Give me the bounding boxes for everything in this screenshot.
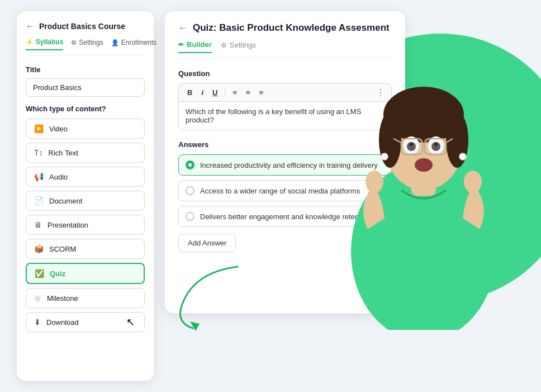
tab-settings[interactable]: ⚙ Settings xyxy=(71,38,103,50)
content-type-quiz[interactable]: ✅ Quiz xyxy=(26,263,145,284)
download-icon: ⬇ xyxy=(34,318,41,327)
italic-button[interactable]: i xyxy=(198,87,206,98)
content-type-milestone[interactable]: ☆ Milestone xyxy=(26,288,145,308)
person-illustration xyxy=(329,17,519,332)
radio-3[interactable] xyxy=(186,212,194,221)
enrollments-icon: 👤 xyxy=(111,39,119,46)
quiz-icon: ✅ xyxy=(35,269,44,278)
quiz-back-button[interactable]: ← xyxy=(178,23,187,33)
syllabus-icon: ⚡ xyxy=(26,39,34,46)
document-icon: 📄 xyxy=(34,196,44,205)
align-right-button[interactable]: ≡ xyxy=(257,87,267,98)
builder-icon: ✏ xyxy=(178,41,184,49)
content-type-audio[interactable]: 📢 Audio xyxy=(26,167,145,187)
rich-text-icon: T↕ xyxy=(34,148,43,157)
quiz-tab-settings[interactable]: ⚙ Settings xyxy=(221,40,256,53)
milestone-icon: ☆ xyxy=(34,294,41,303)
svg-point-21 xyxy=(464,171,482,193)
underline-button[interactable]: U xyxy=(210,87,220,98)
tab-enrollments[interactable]: 👤 Enrollments xyxy=(111,38,156,50)
title-label: Title xyxy=(26,65,145,74)
sidebar-title: Product Basics Course xyxy=(39,22,125,31)
quiz-settings-icon: ⚙ xyxy=(221,41,227,49)
video-icon: ▶️ xyxy=(34,124,44,133)
radio-2[interactable] xyxy=(186,186,194,195)
content-type-presentation[interactable]: 🖥 Presentation xyxy=(26,215,145,235)
content-type-rich-text[interactable]: T↕ Rich Text xyxy=(26,143,145,163)
add-answer-button[interactable]: Add Answer xyxy=(178,234,236,252)
toolbar-divider-1 xyxy=(225,88,225,97)
tab-syllabus[interactable]: ⚡ Syllabus xyxy=(26,38,63,50)
audio-icon: 📢 xyxy=(34,172,44,181)
title-input[interactable] xyxy=(26,78,145,97)
content-type-video[interactable]: ▶️ Video xyxy=(26,119,145,139)
content-type-label: Which type of content? xyxy=(26,105,145,113)
align-left-button[interactable]: ≡ xyxy=(230,87,240,98)
svg-point-20 xyxy=(366,171,383,193)
presentation-icon: 🖥 xyxy=(34,220,42,229)
svg-rect-13 xyxy=(425,139,446,154)
svg-point-18 xyxy=(459,153,466,160)
align-center-button[interactable]: ≡ xyxy=(243,87,253,98)
radio-1[interactable] xyxy=(186,160,194,169)
content-type-scorm[interactable]: 📦 SCORM xyxy=(26,239,145,259)
scorm-icon: 📦 xyxy=(34,244,44,253)
sidebar-header: ← Product Basics Course xyxy=(26,21,145,31)
svg-point-19 xyxy=(415,158,433,172)
content-type-document[interactable]: 📄 Document xyxy=(26,191,145,211)
svg-rect-12 xyxy=(401,139,423,154)
bold-button[interactable]: B xyxy=(184,87,195,98)
svg-point-17 xyxy=(381,153,388,160)
quiz-tab-builder[interactable]: ✏ Builder xyxy=(178,40,212,53)
content-type-list: ▶️ Video T↕ Rich Text 📢 Audio 📄 Document… xyxy=(26,119,145,332)
cursor-icon: ↖ xyxy=(126,316,135,328)
settings-icon: ⚙ xyxy=(71,39,77,46)
sidebar-back-icon[interactable]: ← xyxy=(26,21,35,31)
sidebar-tabs: ⚡ Syllabus ⚙ Settings 👤 Enrollments xyxy=(26,38,145,55)
